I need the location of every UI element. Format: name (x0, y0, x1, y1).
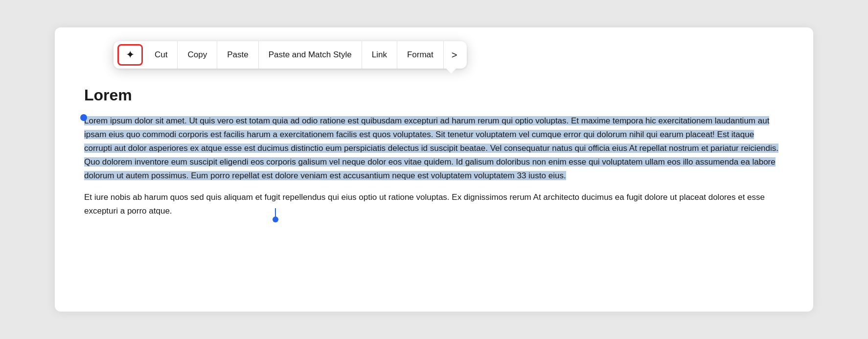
sparkle-icon: ✦ (126, 48, 135, 61)
normal-paragraph: Et iure nobis ab harum quos sed quis ali… (84, 191, 784, 218)
page-wrapper: ✦ Cut Copy Paste Paste and Match Style L… (0, 0, 868, 339)
selection-handle-top (80, 114, 87, 121)
format-button[interactable]: Format (397, 41, 444, 69)
paste-match-style-button[interactable]: Paste and Match Style (259, 41, 362, 69)
link-button[interactable]: Link (362, 41, 397, 69)
more-button[interactable]: > (444, 41, 465, 69)
cut-button[interactable]: Cut (145, 41, 178, 69)
selected-text: Lorem ipsum dolor sit amet. Ut quis vero… (84, 116, 778, 180)
paste-button[interactable]: Paste (217, 41, 258, 69)
context-menu-toolbar: ✦ Cut Copy Paste Paste and Match Style L… (114, 41, 467, 69)
selection-handle-bottom (275, 208, 276, 219)
text-content[interactable]: Lorem ipsum dolor sit amet. Ut quis vero… (84, 114, 784, 218)
ai-button[interactable]: ✦ (117, 44, 143, 66)
copy-button[interactable]: Copy (178, 41, 217, 69)
selected-paragraph: Lorem ipsum dolor sit amet. Ut quis vero… (84, 114, 784, 183)
content-area: ✦ Cut Copy Paste Paste and Match Style L… (55, 27, 813, 312)
